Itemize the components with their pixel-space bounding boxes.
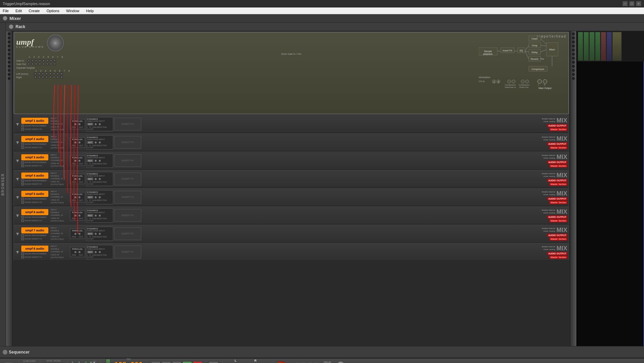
ch4-knob-l[interactable]: [74, 178, 77, 181]
ch6-knob-l[interactable]: [74, 214, 77, 217]
ch5-dyn-knob-r[interactable]: [98, 196, 101, 199]
gate-in-jack-8[interactable]: [53, 59, 56, 62]
channel-2-name-button[interactable]: umpf 2 audio: [21, 136, 48, 142]
sequencer-power-button[interactable]: [3, 350, 7, 355]
sep-right-jack-7[interactable]: [56, 76, 59, 78]
ch6-key-btn[interactable]: KEY: [87, 214, 93, 217]
ch2-show-programmer[interactable]: [21, 143, 24, 145]
sep-right-jack-4[interactable]: [45, 76, 48, 78]
ch5-knob-l[interactable]: [74, 196, 77, 199]
gate-out-jack-7[interactable]: [50, 63, 52, 65]
ch6-show-programmer[interactable]: [21, 216, 24, 219]
ch2-knob-r[interactable]: [78, 141, 81, 144]
ch3-dyn-knob-r[interactable]: [98, 159, 101, 162]
gate-in-jack-2[interactable]: [31, 59, 34, 62]
master-knob[interactable]: [337, 361, 345, 363]
sep-right-jack-8[interactable]: [60, 76, 63, 78]
ch4-dyn-knob-l[interactable]: [94, 178, 97, 181]
ch6-dyn-knob-r[interactable]: [98, 214, 101, 217]
ch2-dyn-knob-r[interactable]: [98, 141, 101, 144]
sep-left-jack-1[interactable]: [34, 72, 37, 75]
ch4-show-programmer[interactable]: [21, 179, 24, 182]
sep-left-jack-8[interactable]: [60, 72, 63, 75]
gate-in-jack-7[interactable]: [50, 59, 52, 62]
ch1-show-programmer[interactable]: [21, 124, 24, 127]
ch4-show-insert[interactable]: [21, 183, 24, 185]
ch5-show-insert[interactable]: [21, 201, 24, 204]
gate-out-jack-2[interactable]: [31, 63, 34, 65]
sep-left-jack-2[interactable]: [38, 72, 41, 75]
channel-4-name-button[interactable]: umpf 4 audio: [21, 173, 48, 179]
gate-in-jack-3[interactable]: [35, 59, 38, 62]
sep-left-jack-3[interactable]: [42, 72, 44, 75]
loop-button[interactable]: ⟳: [209, 361, 218, 363]
minimize-button[interactable]: −: [622, 1, 628, 6]
ch5-dyn-knob-l[interactable]: [94, 196, 97, 199]
sep-right-jack-5[interactable]: [49, 76, 52, 78]
ch6-show-insert[interactable]: [21, 219, 24, 222]
ch5-key-btn[interactable]: KEY: [87, 196, 93, 199]
ch1-dynamics-knob-l[interactable]: [94, 123, 97, 126]
ch7-key-btn[interactable]: KEY: [87, 232, 93, 235]
ch7-dyn-knob-l[interactable]: [94, 232, 97, 235]
gate-in-jack-1[interactable]: [27, 59, 30, 62]
ch3-knob-l[interactable]: [74, 159, 77, 162]
menu-help[interactable]: Help: [85, 8, 95, 14]
fast-forward-button[interactable]: ⏭: [162, 361, 171, 363]
ch8-show-programmer[interactable]: [21, 252, 24, 255]
ch2-knob-l[interactable]: [74, 141, 77, 144]
ch7-knob-l[interactable]: [74, 232, 77, 235]
browser-tab[interactable]: BROWSER: [0, 23, 6, 346]
ch3-key-btn[interactable]: KEY: [87, 159, 93, 162]
ch2-show-insert[interactable]: [21, 146, 24, 149]
sep-left-jack-6[interactable]: [53, 72, 55, 75]
gate-in-jack-5[interactable]: [42, 59, 45, 62]
ch3-dyn-knob-l[interactable]: [94, 159, 97, 162]
stop-button[interactable]: ■: [172, 361, 181, 363]
gate-out-jack-1[interactable]: [27, 63, 30, 65]
ch1-dynamics-knob-r[interactable]: [98, 123, 101, 126]
ch5-knob-r[interactable]: [78, 196, 81, 199]
channel-7-name-button[interactable]: umpf 7 audio: [21, 227, 48, 233]
ch6-dyn-knob-l[interactable]: [94, 214, 97, 217]
rewind-button[interactable]: ⏮: [151, 361, 160, 363]
menu-file[interactable]: File: [1, 8, 10, 14]
sep-left-jack-4[interactable]: [45, 72, 48, 75]
position-up[interactable]: ▲: [93, 361, 96, 363]
ch7-dyn-knob-r[interactable]: [98, 232, 101, 235]
ch4-key-btn[interactable]: KEY: [87, 178, 93, 180]
gate-out-jack-6[interactable]: [46, 63, 49, 65]
ch8-key-btn[interactable]: KEY: [87, 251, 93, 253]
gate-in-jack-6[interactable]: [46, 59, 49, 62]
ch8-dyn-knob-l[interactable]: [94, 251, 97, 254]
close-button[interactable]: ×: [636, 1, 641, 6]
sep-right-jack-2[interactable]: [38, 76, 41, 78]
ch2-dyn-knob-l[interactable]: [94, 141, 97, 144]
gate-in-jack-4[interactable]: [39, 59, 41, 62]
channel-6-name-button[interactable]: umpf 6 audio: [21, 209, 48, 215]
menu-create[interactable]: Create: [27, 8, 41, 14]
ch3-show-insert[interactable]: [21, 164, 24, 167]
ch7-show-programmer[interactable]: [21, 234, 24, 237]
ch6-knob-r[interactable]: [78, 214, 81, 217]
ch7-show-insert[interactable]: [21, 237, 24, 240]
ch1-show-insert[interactable]: [21, 128, 24, 131]
maximize-button[interactable]: □: [629, 1, 635, 6]
ch3-show-programmer[interactable]: [21, 161, 24, 164]
rack-power-button[interactable]: [9, 24, 14, 29]
sep-left-jack-7[interactable]: [56, 72, 59, 75]
ch4-knob-r[interactable]: [78, 178, 81, 181]
ch8-show-insert[interactable]: [21, 256, 24, 258]
channel-8-name-button[interactable]: umpf 8 audio: [21, 246, 48, 252]
mixer-power-button[interactable]: [3, 16, 7, 21]
gate-out-jack-8[interactable]: [53, 63, 56, 65]
sep-right-jack-6[interactable]: [53, 76, 55, 78]
ch1-parallel-knob-r[interactable]: [78, 123, 81, 126]
menu-window[interactable]: Window: [65, 8, 81, 14]
channel-1-name-button[interactable]: umpf 1 audio: [21, 118, 48, 124]
ch8-knob-r[interactable]: [78, 251, 81, 254]
ch1-parallel-knob-l[interactable]: [74, 123, 77, 126]
channel-3-name-button[interactable]: umpf 3 audio: [21, 154, 48, 160]
play-button[interactable]: ▶: [182, 361, 192, 363]
ch1-key-button[interactable]: KEY: [87, 123, 93, 126]
